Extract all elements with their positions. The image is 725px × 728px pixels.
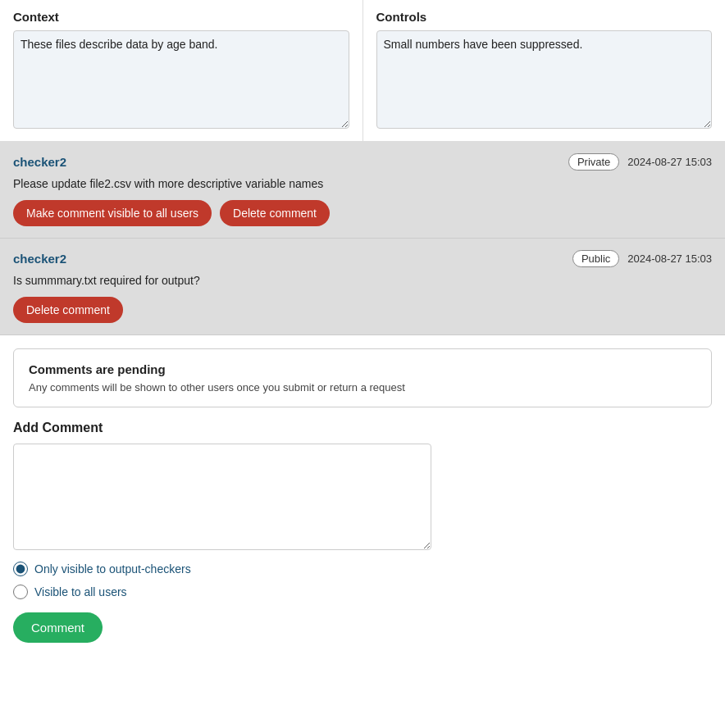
- visibility-radio-group: Only visible to output-checkers Visible …: [13, 562, 712, 599]
- visibility-badge-1: Private: [568, 153, 619, 171]
- add-comment-section: Add Comment Only visible to output-check…: [0, 421, 725, 659]
- controls-panel: Controls Small numbers have been suppres…: [362, 0, 726, 141]
- controls-textarea[interactable]: Small numbers have been suppressed.: [376, 30, 713, 129]
- comment-block-1: checker2 Private 2024-08-27 15:03 Please…: [0, 142, 725, 239]
- radio-checkers-label: Only visible to output-checkers: [34, 562, 191, 576]
- controls-title: Controls: [376, 10, 713, 24]
- add-comment-textarea[interactable]: [13, 444, 431, 550]
- comment-text-2: Is summmary.txt required for output?: [13, 274, 712, 287]
- comment-timestamp-2: 2024-08-27 15:03: [627, 253, 712, 265]
- comment-actions-2: Delete comment: [13, 297, 712, 323]
- visibility-badge-2: Public: [572, 250, 619, 267]
- delete-comment-button-2[interactable]: Delete comment: [13, 297, 123, 323]
- comment-meta-1: Private 2024-08-27 15:03: [568, 153, 712, 171]
- radio-label-checkers[interactable]: Only visible to output-checkers: [13, 562, 712, 576]
- top-panels: Context These files describe data by age…: [0, 0, 725, 142]
- radio-checkers[interactable]: [13, 562, 28, 576]
- radio-all-users-label: Visible to all users: [34, 585, 127, 598]
- comment-timestamp-1: 2024-08-27 15:03: [627, 156, 712, 168]
- context-panel: Context These files describe data by age…: [0, 0, 362, 141]
- pending-description: Any comments will be shown to other user…: [29, 381, 696, 394]
- context-textarea[interactable]: These files describe data by age band.: [13, 30, 349, 129]
- comment-header-1: checker2 Private 2024-08-27 15:03: [13, 153, 712, 171]
- comment-meta-2: Public 2024-08-27 15:03: [572, 250, 712, 267]
- comment-author-1: checker2: [13, 155, 66, 169]
- radio-label-all[interactable]: Visible to all users: [13, 585, 712, 599]
- comment-text-1: Please update file2.csv with more descri…: [13, 177, 712, 190]
- pending-title: Comments are pending: [29, 362, 696, 376]
- comment-actions-1: Make comment visible to all users Delete…: [13, 200, 712, 226]
- context-title: Context: [13, 10, 349, 24]
- comment-author-2: checker2: [13, 252, 66, 266]
- radio-all-users[interactable]: [13, 585, 28, 599]
- comment-block-2: checker2 Public 2024-08-27 15:03 Is summ…: [0, 239, 725, 335]
- pending-box: Comments are pending Any comments will b…: [13, 348, 712, 407]
- comment-header-2: checker2 Public 2024-08-27 15:03: [13, 250, 712, 267]
- delete-comment-button-1[interactable]: Delete comment: [220, 200, 330, 226]
- submit-comment-button[interactable]: Comment: [13, 612, 103, 643]
- make-visible-button[interactable]: Make comment visible to all users: [13, 200, 212, 226]
- add-comment-title: Add Comment: [13, 421, 712, 435]
